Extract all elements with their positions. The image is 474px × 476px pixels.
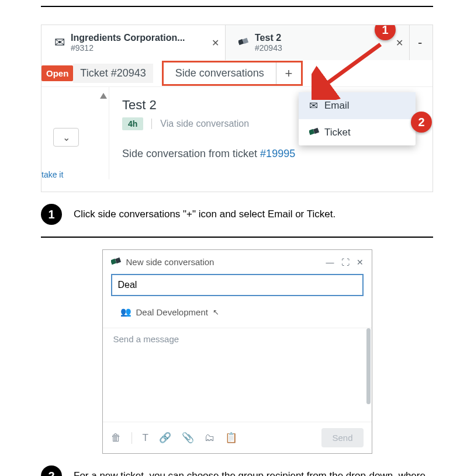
tab-title: Test 2 (255, 33, 282, 43)
separator (132, 432, 132, 444)
svg-line-4 (322, 44, 380, 87)
close-icon[interactable]: ✕ (212, 37, 219, 48)
dropdown-email-label: Email (324, 100, 350, 112)
step-text: Click side conversations "+" icon and se… (74, 204, 335, 221)
message-area[interactable]: Send a message (103, 328, 372, 422)
suggestion-item[interactable]: 👥 Deal Development ↖ (111, 300, 364, 324)
clipboard-icon[interactable]: 📋 (225, 432, 237, 444)
scroll-up-icon[interactable] (100, 93, 107, 99)
text-format-icon[interactable]: T (143, 432, 148, 444)
recipient-input-wrap (111, 274, 364, 296)
tab-number: #20943 (255, 43, 282, 53)
attach-icon[interactable]: 📎 (182, 432, 194, 444)
chevron-down-button[interactable]: ⌄ (53, 128, 79, 147)
screenshot-1: ✉ Ingredients Corporation... #9312 ✕ Tes… (41, 25, 433, 192)
side-conv-dropdown: ✉ Email Ticket (299, 92, 416, 145)
callout-2: 2 (411, 112, 432, 133)
tab-number: #9312 (71, 43, 185, 53)
side-conversations-group: Side conversations + (162, 61, 303, 86)
add-side-conv-button[interactable]: + (276, 66, 301, 81)
step-1: 1 Click side conversations "+" icon and … (41, 204, 433, 225)
step-number: 2 (41, 465, 62, 476)
annotation-arrow (312, 36, 387, 100)
link-icon[interactable]: 🔗 (159, 432, 171, 444)
dropdown-ticket[interactable]: Ticket (299, 119, 416, 145)
side-conversations-label[interactable]: Side conversations (164, 62, 276, 84)
from-prefix: Side conversation from ticket (122, 148, 260, 159)
expand-icon[interactable]: ⛶ (341, 258, 350, 267)
nsc-title: New side conversation (126, 257, 319, 267)
take-it-link[interactable]: take it (41, 170, 109, 179)
status-badge: Open (41, 65, 73, 81)
compose-toolbar: 🗑 T 🔗 📎 🗂 📋 Send (103, 422, 372, 453)
recipient-input[interactable] (112, 275, 362, 295)
tab-ingredients[interactable]: ✉ Ingredients Corporation... #9312 ✕ (41, 25, 226, 60)
message-placeholder: Send a message (113, 334, 179, 344)
scrollbar[interactable] (366, 328, 371, 404)
ticket-icon (238, 37, 249, 48)
overflow-dash: - (410, 35, 430, 50)
ticket-icon (309, 126, 324, 138)
from-line: Side conversation from ticket #19995 (122, 148, 420, 160)
time-badge: 4h (122, 117, 143, 130)
screenshot-2: New side conversation — ⛶ ✕ 👥 Deal Devel… (102, 249, 372, 454)
minimize-icon[interactable]: — (326, 258, 334, 267)
send-button[interactable]: Send (321, 428, 363, 447)
nsc-header: New side conversation — ⛶ ✕ (103, 250, 372, 274)
left-rail: ⌄ take it (41, 87, 109, 179)
mail-icon: ✉ (54, 35, 65, 50)
tab-title: Ingredients Corporation... (71, 33, 185, 43)
mail-icon: ✉ (309, 99, 324, 112)
step-text: For a new ticket, you can choose the gro… (74, 465, 433, 476)
close-icon[interactable]: ✕ (357, 258, 364, 267)
divider-top (41, 6, 433, 7)
group-icon: 👥 (120, 307, 132, 317)
ticket-link[interactable]: #19995 (260, 148, 295, 159)
cursor-icon: ↖ (213, 308, 219, 317)
suggestion-label: Deal Development (136, 307, 208, 317)
trash-icon[interactable]: 🗑 (111, 432, 121, 444)
via-text: Via side conversation (151, 119, 249, 129)
divider-mid (41, 237, 433, 238)
template-icon[interactable]: 🗂 (205, 432, 214, 444)
ticket-label: Ticket #20943 (73, 64, 153, 83)
dropdown-ticket-label: Ticket (324, 127, 351, 138)
close-icon[interactable]: ✕ (396, 37, 403, 48)
ticket-icon (111, 257, 122, 267)
step-2: 2 For a new ticket, you can choose the g… (41, 465, 433, 476)
step-number: 1 (41, 204, 62, 225)
